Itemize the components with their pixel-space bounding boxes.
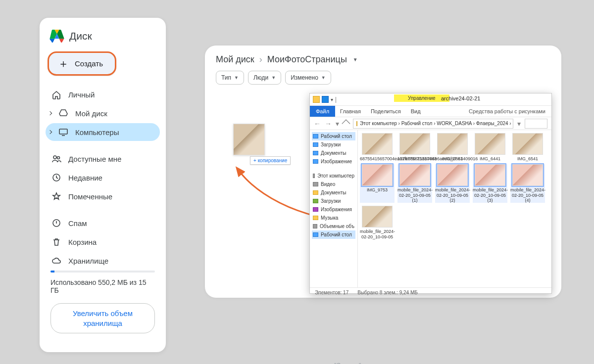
thumb-label: 137677582165704e6aec0d97.63409016 (397, 156, 432, 161)
side-pc-item[interactable]: Музыка (312, 214, 355, 222)
side-quick-item[interactable]: Рабочий стол (312, 132, 355, 140)
nav-storage[interactable]: Хранилище (46, 252, 160, 270)
thumb-image (437, 164, 468, 186)
quick-access-dropdown[interactable]: ▾ │ (331, 97, 338, 102)
crumb-root[interactable]: Мой диск (216, 54, 254, 65)
breadcrumb-sep: › (259, 54, 262, 65)
nav-my-drive-label: Мой диск (75, 109, 107, 118)
create-button[interactable]: ＋ Создать (48, 51, 116, 76)
drive-title: Диск (69, 30, 92, 42)
nav-my-drive[interactable]: Мой диск (46, 104, 160, 122)
create-label: Создать (75, 59, 103, 68)
storage-bar (50, 271, 155, 273)
side-quick-item[interactable]: Загрузки (312, 140, 355, 149)
thumb-image (475, 164, 505, 186)
file-thumb[interactable]: 137677582165704e6aec0d97.63409016 (397, 133, 432, 161)
explorer-statusbar: Элементов: 17 Выбрано 8 элем.: 9,24 МБ (310, 287, 551, 297)
address-path[interactable]: Этот компьютер › Рабочий стол › WORK_DAS… (353, 119, 513, 129)
thumb-label: IMG_6441 (473, 156, 507, 161)
file-thumb[interactable]: 68755415657004ea61fe950.73310463 (360, 133, 395, 161)
file-thumb[interactable]: IMG_6541 (510, 133, 545, 161)
drive-sidebar: Диск ＋ Создать Личный Мой диск Компьютер… (40, 18, 166, 352)
file-thumb[interactable]: mobile_file_2024-02-20_10-09-05 (4) (510, 164, 545, 203)
explorer-window[interactable]: ▾ │ Управление archive24-02-21 Файл Глав… (309, 93, 552, 294)
explorer-titlebar[interactable]: ▾ │ Управление archive24-02-21 (310, 93, 551, 105)
chip-modified[interactable]: Изменено▼ (285, 71, 331, 85)
caret-icon (48, 130, 52, 134)
file-thumb[interactable]: IMG_2881 (435, 133, 470, 161)
file-thumb[interactable]: IMG_9753 (360, 164, 395, 203)
upgrade-button[interactable]: Увеличить объем хранилища (50, 303, 155, 333)
ribbon-file[interactable]: Файл (310, 106, 335, 117)
nav-storage-label: Хранилище (68, 257, 108, 265)
people-icon (51, 154, 61, 164)
thumb-image (512, 133, 543, 155)
thumb-image (512, 164, 543, 186)
nav-recent[interactable]: Недавние (46, 169, 160, 186)
nav-computers[interactable]: Компьютеры (46, 123, 160, 141)
nav-home[interactable]: Личный (46, 86, 160, 103)
thumb-label: IMG_2881 (435, 156, 470, 161)
side-pc-item[interactable]: Загрузки (312, 197, 355, 205)
ribbon-tools[interactable]: Средства работы с рисунками (469, 108, 545, 114)
side-pc-header[interactable]: Этот компьютер (312, 172, 355, 180)
side-quick-item[interactable]: Документы (312, 149, 355, 157)
nav-home-label: Личный (68, 91, 95, 99)
explorer-ribbon: Файл Главная Поделиться Вид Средства раб… (310, 105, 551, 117)
thumb-image (362, 133, 393, 155)
thumb-label: mobile_file_2024-02-20_10-09-05 (1) (397, 187, 432, 203)
forward-button[interactable]: → (325, 120, 332, 128)
back-button[interactable]: ← (314, 120, 321, 128)
file-grid[interactable]: 68755415657004ea61fe950.7331046313767758… (358, 130, 551, 287)
side-pc-item[interactable]: Объемные объ (312, 222, 355, 230)
svg-rect-0 (59, 129, 67, 134)
svg-point-2 (57, 157, 60, 159)
nav-computers-label: Компьютеры (75, 128, 119, 136)
crumb-folder[interactable]: МоиФотоСтраницы (267, 54, 347, 65)
folder-icon (313, 96, 320, 103)
drive-logo-row: Диск (46, 27, 160, 49)
drive-logo-icon (50, 30, 64, 43)
recent-dropdown[interactable]: ▾ (336, 120, 339, 128)
ribbon-share[interactable]: Поделиться (366, 106, 406, 117)
thumb-label: mobile_file_2024-02-20_10-09-05 (3) (473, 187, 507, 203)
chip-type[interactable]: Тип▼ (216, 71, 244, 85)
side-pc-item[interactable]: Видео (312, 180, 355, 188)
nav-trash[interactable]: Корзина (46, 233, 160, 251)
ribbon-home[interactable]: Главная (335, 106, 366, 117)
refresh-dropdown[interactable]: ▾ (517, 120, 521, 128)
file-thumb[interactable]: mobile_file_2024-02-20_10-09-05 (2) (435, 164, 470, 203)
trash-icon (51, 237, 61, 247)
file-thumb[interactable]: IMG_6441 (473, 133, 507, 161)
drop-hint: или нажмите кнопку "Создать" (277, 362, 594, 364)
search-input[interactable] (525, 119, 547, 129)
file-thumb[interactable]: mobile_file_2024-02-20_10-09-05 (1) (397, 164, 432, 203)
file-thumb[interactable]: mobile_file_2024-02-20_10-09-05 (3) (473, 164, 507, 203)
nav-starred-label: Помеченные (68, 192, 112, 201)
side-pc-item[interactable]: Документы (312, 188, 355, 197)
chevron-down-icon[interactable]: ▼ (353, 57, 358, 62)
app-icon (322, 96, 329, 103)
ribbon-view[interactable]: Вид (406, 106, 426, 117)
thumb-label: IMG_9753 (360, 187, 395, 192)
file-thumb[interactable]: mobile_file_2024-02-20_10-09-05 (360, 206, 395, 239)
computer-icon (58, 127, 68, 137)
side-pc-item[interactable]: Рабочий стол (312, 230, 355, 239)
nav-starred[interactable]: Помеченные (46, 187, 160, 205)
side-quick-item[interactable]: Изображение (312, 157, 355, 166)
nav-recent-label: Недавние (68, 174, 102, 182)
copy-badge: копирование (250, 156, 291, 165)
thumb-image (399, 164, 430, 186)
nav-spam[interactable]: Спам (46, 214, 160, 232)
side-pc-item[interactable]: Изображения (312, 205, 355, 214)
breadcrumb: Мой диск › МоиФотоСтраницы ▼ (205, 46, 561, 67)
thumb-image (362, 206, 393, 228)
up-button[interactable] (342, 119, 350, 128)
svg-point-1 (53, 156, 56, 159)
nav-trash-label: Корзина (68, 238, 97, 246)
nav-spam-label: Спам (68, 219, 87, 228)
nav-shared[interactable]: Доступные мне (46, 150, 160, 168)
drag-preview-thumb (233, 124, 265, 155)
chip-people[interactable]: Люди▼ (248, 71, 281, 85)
cloud-icon (51, 256, 61, 266)
